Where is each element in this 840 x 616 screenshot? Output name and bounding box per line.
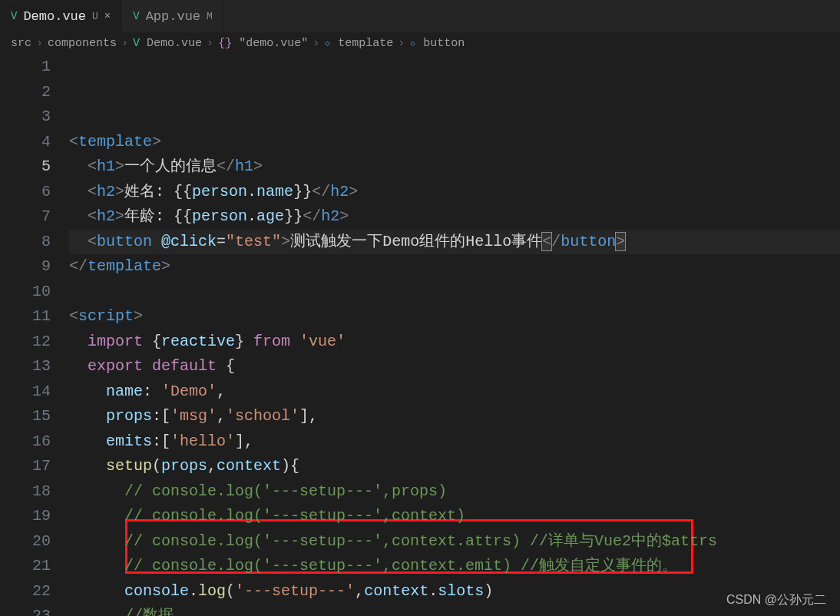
tab-status: U [92, 11, 98, 22]
chevron-right-icon: › [398, 37, 405, 50]
line-number: 3 [0, 104, 51, 130]
code-line[interactable]: emits:['hello'], [69, 429, 840, 455]
code-line[interactable]: setup(props,context){ [69, 454, 840, 479]
line-number: 14 [0, 379, 51, 405]
breadcrumb-label: components [48, 37, 117, 50]
code-line[interactable]: import {reactive} from 'vue' [69, 330, 840, 355]
breadcrumb-label: template [338, 37, 393, 50]
code-area[interactable]: <template> <h1>一个人的信息</h1> <h2>姓名: {{per… [69, 55, 840, 616]
line-number-gutter: 1234567891011121314151617181920212223 [0, 55, 69, 616]
line-number: 23 [0, 604, 51, 616]
tab-label: App.vue [146, 9, 200, 24]
code-line[interactable]: console.log('---setup---',context.slots) [69, 579, 840, 604]
tab-status: M [207, 11, 213, 22]
line-number: 8 [0, 230, 51, 255]
breadcrumb-item[interactable]: components [48, 37, 117, 50]
line-number: 9 [0, 254, 51, 280]
breadcrumb-item[interactable]: src [11, 37, 31, 50]
code-line[interactable]: // console.log('---setup---',context) [69, 504, 840, 529]
chevron-right-icon: › [207, 37, 213, 50]
breadcrumb-label: "demo.vue" [239, 37, 308, 50]
breadcrumb-item[interactable]: ⬦ template [324, 37, 393, 50]
code-line[interactable]: <h2>年龄: {{person.age}}</h2> [69, 204, 840, 230]
line-number: 19 [0, 504, 51, 529]
code-line[interactable]: props:['msg','school'], [69, 404, 840, 429]
code-line[interactable]: <h2>姓名: {{person.name}}</h2> [69, 180, 840, 205]
chevron-right-icon: › [121, 37, 128, 50]
line-number: 2 [0, 80, 51, 105]
line-number: 10 [0, 280, 51, 305]
code-line[interactable]: <button @click="test">测试触发一下Demo组件的Hello… [69, 230, 840, 255]
tab-bar: VDemo.vueU×VApp.vueM [0, 0, 840, 32]
code-editor[interactable]: 1234567891011121314151617181920212223 <t… [0, 55, 840, 616]
code-line[interactable]: <script> [69, 304, 840, 330]
line-number: 11 [0, 304, 51, 330]
chevron-right-icon: › [36, 37, 43, 50]
line-number: 18 [0, 479, 51, 505]
line-number: 7 [0, 204, 51, 230]
tab-app-vue[interactable]: VApp.vueM [122, 0, 224, 32]
line-number: 21 [0, 554, 51, 579]
breadcrumb-label: src [11, 37, 31, 50]
code-line[interactable]: export default { [69, 354, 840, 379]
line-number: 6 [0, 180, 51, 205]
line-number: 17 [0, 454, 51, 479]
tab-demo-vue[interactable]: VDemo.vueU× [0, 0, 122, 32]
code-line[interactable]: // console.log('---setup---',context.att… [69, 529, 840, 555]
chevron-right-icon: › [313, 37, 319, 50]
line-number: 5 [0, 154, 51, 180]
line-number: 16 [0, 429, 51, 455]
code-line[interactable]: // console.log('---setup---',context.emi… [69, 554, 840, 579]
close-icon[interactable]: × [104, 10, 111, 22]
breadcrumb-label: Demo.vue [147, 37, 202, 50]
breadcrumb-label: button [423, 37, 465, 50]
code-line[interactable]: </template> [69, 254, 840, 280]
vue-icon: V [133, 10, 139, 22]
watermark: CSDN @公孙元二 [726, 592, 826, 608]
code-line[interactable]: name: 'Demo', [69, 379, 840, 405]
line-number: 15 [0, 404, 51, 429]
vue-icon: V [133, 37, 140, 50]
code-line[interactable] [69, 280, 840, 305]
line-number: 22 [0, 579, 51, 604]
breadcrumb-item[interactable]: ⬦ button [409, 37, 465, 50]
line-number: 20 [0, 529, 51, 555]
vue-icon: V [11, 10, 17, 22]
breadcrumb-item[interactable]: V Demo.vue [133, 37, 202, 50]
line-number: 13 [0, 354, 51, 379]
breadcrumb: src›components›V Demo.vue›{} "demo.vue"›… [0, 32, 840, 55]
braces-icon: {} [218, 37, 232, 50]
line-number: 12 [0, 330, 51, 355]
code-line[interactable]: //数据 [69, 604, 840, 616]
code-line[interactable]: <template> [69, 130, 840, 155]
element-icon: ⬦ [324, 37, 331, 50]
code-line[interactable]: // console.log('---setup---',props) [69, 479, 840, 505]
line-number: 1 [0, 55, 51, 80]
line-number: 4 [0, 130, 51, 155]
breadcrumb-item[interactable]: {} "demo.vue" [218, 37, 308, 50]
code-line[interactable]: <h1>一个人的信息</h1> [69, 154, 840, 180]
element-icon: ⬦ [409, 37, 416, 50]
tab-label: Demo.vue [23, 9, 86, 24]
